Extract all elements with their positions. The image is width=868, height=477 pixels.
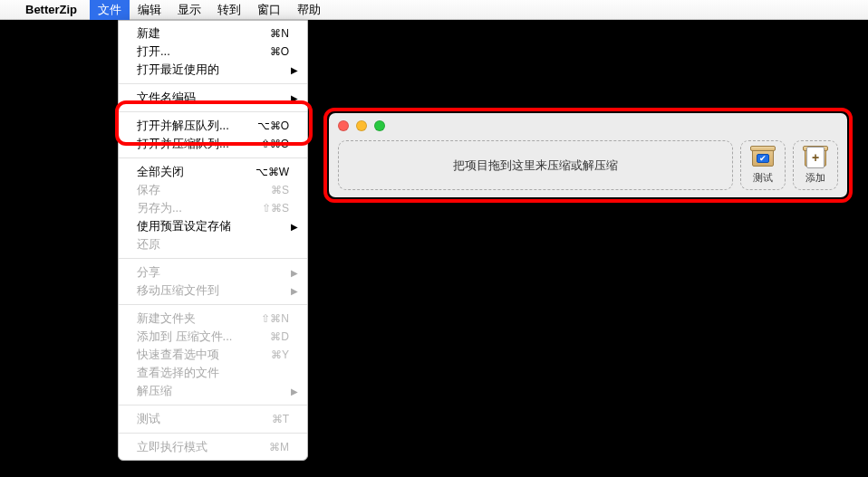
add-button[interactable]: + 添加 [793,140,838,190]
menu-item-label: 添加到 压缩文件... [137,329,265,345]
menu-item-label: 打开最近使用的 [137,62,289,78]
test-button[interactable]: ✔ 测试 [740,140,786,190]
menu-item-label: 还原 [137,236,289,253]
queue-body: 把项目拖到这里来压缩或解压缩 ✔ 测试 + 添加 [338,140,838,190]
dropzone[interactable]: 把项目拖到这里来压缩或解压缩 [338,140,733,190]
box-check-icon: ✔ [749,146,776,169]
add-button-label: 添加 [805,171,825,185]
menu-separator [119,83,307,84]
menu-item-shortcut: ⇧⌘N [261,312,289,325]
dropzone-label: 把项目拖到这里来压缩或解压缩 [453,157,618,174]
submenu-arrow-icon: ▶ [291,65,298,75]
menu-item-10: 保存⌘S [119,181,307,199]
queue-window: 把项目拖到这里来压缩或解压缩 ✔ 测试 + 添加 [329,113,847,197]
menubar: BetterZip 文件 编辑 显示 转到 窗口 帮助 [0,0,868,20]
menu-separator [119,111,307,112]
menu-item-label: 使用预置设定存储 [137,218,289,234]
menu-separator [119,157,307,158]
menu-item-label: 另存为... [137,200,256,216]
file-menu-dropdown: 新建⌘N打开...⌘O打开最近使用的▶文件名编码▶打开并解压队列...⌥⌘O打开… [118,20,308,461]
menu-item-shortcut: ⇧⌘O [261,138,289,150]
menu-item-9[interactable]: 全部关闭⌥⌘W [119,163,307,181]
menu-item-4[interactable]: 文件名编码▶ [119,89,307,107]
menu-item-7[interactable]: 打开并压缩队列...⇧⌘O [119,135,307,153]
menu-item-shortcut: ⌘O [270,45,289,58]
menu-item-shortcut: ⌘S [271,184,289,196]
menu-item-21: 查看选择的文件 [119,364,307,382]
menu-item-0[interactable]: 新建⌘N [119,24,307,43]
menu-item-15: 分享▶ [119,263,307,281]
menu-item-label: 移动压缩文件到 [137,282,289,299]
menu-file[interactable]: 文件 [90,0,130,20]
menu-item-2[interactable]: 打开最近使用的▶ [119,61,307,79]
menu-separator [119,304,307,305]
submenu-arrow-icon: ▶ [291,222,298,232]
menu-item-label: 新建文件夹 [137,310,256,327]
menu-item-shortcut: ⌘N [270,27,289,40]
minimize-window-button[interactable] [356,120,367,131]
menu-item-19: 添加到 压缩文件...⌘D [119,328,307,346]
app-name[interactable]: BetterZip [25,3,77,16]
menu-help[interactable]: 帮助 [289,0,329,20]
menu-separator [119,405,307,405]
menu-item-shortcut: ⌥⌘W [256,166,289,178]
menu-go[interactable]: 转到 [209,0,249,20]
menu-view[interactable]: 显示 [169,0,209,20]
menu-item-24: 测试⌘T [119,410,307,428]
menu-separator [119,433,307,434]
menu-item-20: 快速查看选中项⌘Y [119,346,307,364]
menu-item-label: 查看选择的文件 [137,365,289,381]
menu-item-1[interactable]: 打开...⌘O [119,43,307,61]
menu-item-label: 新建 [137,25,265,42]
menu-item-22: 解压缩▶ [119,382,307,400]
menu-item-11: 另存为...⇧⌘S [119,199,307,217]
menu-edit[interactable]: 编辑 [130,0,169,20]
submenu-arrow-icon: ▶ [291,268,298,278]
menu-item-shortcut: ⇧⌘S [262,202,289,215]
menu-item-label: 打开并解压队列... [137,118,252,134]
submenu-arrow-icon: ▶ [291,286,298,296]
menu-item-label: 全部关闭 [137,164,250,180]
menu-item-18: 新建文件夹⇧⌘N [119,310,307,328]
menu-window[interactable]: 窗口 [249,0,289,20]
menu-item-label: 打开并压缩队列... [137,136,256,152]
menu-item-shortcut: ⌥⌘O [257,119,289,132]
menu-item-label: 快速查看选中项 [137,347,265,363]
menu-item-label: 保存 [137,182,265,198]
menu-item-shortcut: ⌘M [269,441,289,453]
submenu-arrow-icon: ▶ [291,93,298,103]
close-window-button[interactable] [338,120,349,131]
menu-item-16: 移动压缩文件到▶ [119,281,307,300]
menu-item-label: 打开... [137,43,265,60]
menu-item-shortcut: ⌘T [272,413,289,425]
zoom-window-button[interactable] [374,120,385,131]
test-button-label: 测试 [753,171,773,185]
menu-item-label: 测试 [137,411,266,427]
menu-item-26: 立即执行模式⌘M [119,438,307,456]
menu-item-13: 还原 [119,235,307,253]
submenu-arrow-icon: ▶ [291,386,298,396]
box-add-icon: + [802,146,829,169]
menu-separator [119,258,307,259]
menu-item-label: 分享 [137,264,289,281]
menu-item-shortcut: ⌘D [270,330,289,343]
menu-item-6[interactable]: 打开并解压队列...⌥⌘O [119,117,307,135]
menu-item-label: 立即执行模式 [137,439,264,455]
window-controls [338,120,385,131]
menu-item-label: 文件名编码 [137,90,289,106]
menu-item-label: 解压缩 [137,383,289,399]
menu-item-shortcut: ⌘Y [271,348,289,361]
menu-item-12[interactable]: 使用预置设定存储▶ [119,217,307,235]
